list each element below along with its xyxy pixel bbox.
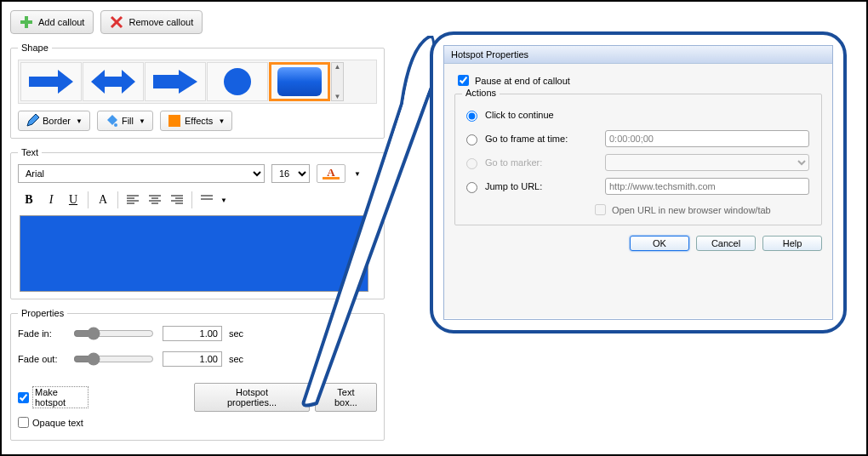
font-color-A-icon: A [327, 168, 334, 177]
goto-marker-radio [466, 158, 477, 169]
pause-checkbox[interactable] [458, 75, 469, 86]
font-row: Arial 16 A ▼ [18, 164, 377, 183]
font-select[interactable]: Arial [18, 164, 265, 183]
goto-frame-radio[interactable] [466, 134, 477, 145]
shape-arrow-wide[interactable] [145, 62, 206, 101]
italic-button[interactable]: I [41, 191, 61, 209]
text-legend: Text [18, 147, 42, 157]
caret-icon[interactable]: ▼ [220, 197, 227, 204]
font-color-strip [323, 177, 340, 180]
cancel-button[interactable]: Cancel [696, 236, 756, 251]
text-group: Text Arial 16 A ▼ B I U A [10, 147, 385, 299]
shape-rounded-rect[interactable] [269, 62, 330, 101]
actions-group: Actions Click to continue Go to frame at… [454, 94, 822, 225]
fade-in-row: Fade in: sec [18, 325, 377, 342]
caret-icon: ▼ [218, 117, 225, 125]
fade-out-unit: sec [229, 354, 243, 364]
fill-button[interactable]: Fill▼ [97, 111, 153, 131]
shape-circle[interactable] [207, 62, 268, 101]
goto-frame-input[interactable] [605, 130, 809, 147]
opaque-text-label: Opaque text [32, 418, 83, 428]
caret-icon: ▼ [76, 117, 83, 125]
effects-button[interactable]: Effects▼ [160, 111, 232, 131]
bucket-icon [105, 114, 118, 128]
svg-point-7 [224, 68, 251, 95]
goto-marker-select [605, 154, 809, 171]
click-continue-radio[interactable] [466, 111, 477, 122]
click-continue-label: Click to continue [485, 110, 600, 120]
text-editor[interactable] [20, 215, 368, 292]
make-hotspot-checkbox[interactable] [18, 392, 29, 403]
svg-rect-10 [168, 115, 180, 127]
caret-icon: ▼ [139, 117, 146, 125]
text-box-button[interactable]: Text box... [315, 383, 377, 412]
scroll-up-icon[interactable]: ▲ [334, 63, 341, 71]
properties-legend: Properties [18, 308, 67, 318]
actions-legend: Actions [462, 88, 500, 98]
properties-group: Properties Fade in: sec Fade out: sec Ma… [10, 308, 385, 441]
shape-legend: Shape [18, 43, 52, 53]
shape-scrollbar[interactable]: ▲▼ [331, 62, 344, 101]
fade-in-unit: sec [229, 328, 243, 339]
svg-marker-4 [29, 70, 73, 94]
shape-subtools: Border▼ Fill▼ Effects▼ [18, 111, 377, 131]
font-style-button[interactable]: A [93, 191, 113, 209]
fade-out-label: Fade out: [18, 354, 65, 364]
pause-label: Pause at end of callout [475, 76, 570, 86]
font-color-button[interactable]: A [317, 164, 345, 183]
effects-label: Effects [185, 116, 213, 126]
fade-in-label: Fade in: [18, 328, 65, 339]
pen-icon [26, 114, 39, 128]
make-hotspot-row: Make hotspot Hotspot properties... Text … [18, 383, 377, 412]
dialog-body: Pause at end of callout Actions Click to… [444, 64, 832, 318]
border-label: Border [43, 116, 71, 126]
add-callout-button[interactable]: Add callout [10, 10, 94, 34]
fade-out-slider[interactable] [73, 352, 154, 366]
remove-callout-button[interactable]: Remove callout [100, 10, 203, 34]
fade-out-value[interactable] [163, 351, 222, 367]
shape-gallery: ▲▼ [18, 60, 377, 104]
open-url-new-checkbox [595, 204, 606, 215]
separator [88, 191, 89, 208]
shape-arrow-right[interactable] [20, 62, 82, 101]
goto-frame-label: Go to frame at time: [485, 134, 600, 144]
font-size-select[interactable]: 16 [271, 164, 310, 183]
hotspot-properties-button[interactable]: Hotspot properties... [194, 383, 309, 412]
open-url-new-label: Open URL in new browser window/tab [612, 205, 771, 215]
align-right-button[interactable] [167, 191, 187, 209]
svg-rect-8 [277, 67, 322, 96]
valign-button[interactable] [197, 191, 217, 209]
callout-bubble: Hotspot Properties Pause at end of callo… [430, 31, 847, 333]
border-button[interactable]: Border▼ [18, 111, 90, 131]
jump-url-input[interactable] [605, 178, 809, 195]
goto-marker-row: Go to marker: [462, 151, 814, 174]
shape-arrow-double[interactable] [83, 62, 144, 101]
separator [191, 191, 192, 208]
fade-in-value[interactable] [163, 326, 222, 341]
help-button[interactable]: Help [762, 236, 822, 251]
fade-in-slider[interactable] [73, 327, 154, 340]
jump-url-radio[interactable] [466, 182, 477, 193]
bold-button[interactable]: B [19, 191, 39, 209]
left-panel: Add callout Remove callout Shape [10, 10, 385, 449]
goto-marker-label: Go to marker: [485, 157, 600, 168]
align-left-button[interactable] [123, 191, 143, 209]
goto-frame-row: Go to frame at time: [462, 127, 814, 151]
dialog-title: Hotspot Properties [444, 46, 832, 64]
ok-button[interactable]: OK [630, 236, 689, 251]
click-continue-row: Click to continue [462, 103, 814, 127]
jump-url-label: Jump to URL: [485, 181, 600, 191]
open-url-new-row: Open URL in new browser window/tab [591, 202, 814, 218]
fill-label: Fill [122, 116, 134, 126]
checkbox-area: Make hotspot Hotspot properties... Text … [18, 383, 377, 428]
svg-marker-5 [91, 70, 135, 94]
remove-callout-label: Remove callout [128, 17, 193, 27]
scroll-down-icon[interactable]: ▼ [334, 93, 341, 100]
svg-marker-6 [153, 70, 197, 94]
underline-button[interactable]: U [63, 191, 83, 209]
plus-icon [20, 15, 33, 29]
opaque-text-checkbox[interactable] [18, 417, 29, 428]
caret-icon[interactable]: ▼ [354, 170, 361, 178]
align-center-button[interactable] [145, 191, 165, 209]
svg-point-9 [114, 123, 117, 127]
